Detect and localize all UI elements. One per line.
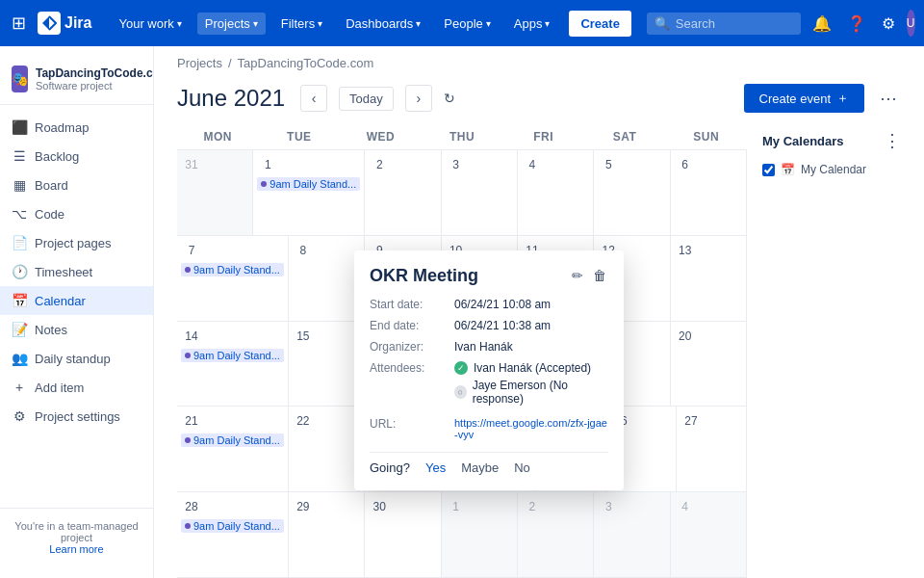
calendar-date: 30 — [369, 496, 390, 517]
calendar-cell[interactable]: 4 — [518, 150, 594, 235]
calendar-event[interactable]: 9am Daily Stand... — [181, 263, 284, 276]
timesheet-icon: 🕐 — [12, 264, 27, 279]
calendar-date: 8 — [293, 240, 314, 261]
calendar-date: 1 — [257, 154, 278, 175]
today-button[interactable]: Today — [339, 87, 394, 111]
sidebar-item-notes[interactable]: 📝Notes — [0, 315, 153, 344]
calendar-cell[interactable]: 3 — [442, 150, 518, 235]
project-name: TapDancingToCode.com — [36, 66, 154, 80]
sidebar-item-label: Board — [35, 178, 68, 193]
calendar-event[interactable]: 9am Daily Stand... — [181, 519, 284, 533]
popup-url-link[interactable]: https://meet.google.com/zfx-jgae-vyv — [454, 417, 608, 440]
sidebar-item-calendar[interactable]: 📅Calendar — [0, 286, 153, 315]
calendar-date: 22 — [293, 410, 314, 432]
calendar-cell[interactable]: 149am Daily Stand... — [177, 322, 289, 407]
add-item-icon: + — [12, 380, 27, 395]
breadcrumb-sep: / — [228, 56, 232, 70]
breadcrumb-project-name[interactable]: TapDancingToCode.com — [238, 56, 374, 70]
calendar-cell[interactable]: 20 — [671, 322, 747, 407]
sidebar-item-backlog[interactable]: ☰Backlog — [0, 142, 153, 171]
sidebar-footer-link[interactable]: Learn more — [49, 543, 103, 555]
sidebar-item-project-pages[interactable]: 📄Project pages — [0, 228, 153, 257]
sidebar-item-daily-standup[interactable]: 👥Daily standup — [0, 344, 153, 373]
popup-end-date-value: 06/24/21 10:38 am — [454, 319, 551, 332]
project-type: Software project — [36, 80, 154, 92]
popup-delete-button[interactable]: 🗑 — [591, 266, 608, 285]
popup-maybe-button[interactable]: Maybe — [461, 460, 499, 475]
calendar-cell[interactable]: 13 — [671, 236, 747, 321]
calendar-cell[interactable]: 22 — [289, 407, 359, 491]
user-avatar[interactable]: U — [907, 10, 915, 37]
day-header-fri: Fri — [502, 124, 584, 149]
calendar-date: 14 — [181, 326, 202, 347]
sidebar-item-label: Timesheet — [35, 265, 92, 279]
calendar-date: 2 — [369, 154, 390, 175]
calendar-cell[interactable]: 79am Daily Stand... — [177, 236, 289, 321]
calendar-cell[interactable]: 29 — [289, 492, 365, 577]
calendar-cell[interactable]: 31 — [177, 150, 253, 235]
calendar-cell[interactable]: 2 — [365, 150, 441, 235]
calendar-cell[interactable]: 30 — [365, 492, 441, 577]
attendee-row: ○Jaye Emerson (No response) — [454, 379, 608, 406]
nav-your-work[interactable]: Your work ▾ — [111, 13, 189, 35]
calendar-cell[interactable]: 3 — [594, 492, 670, 577]
sidebar-item-board[interactable]: ▦Board — [0, 171, 153, 199]
sidebar-item-add-item[interactable]: +Add item — [0, 373, 153, 402]
calendar-cell[interactable]: 219am Daily Stand... — [177, 407, 289, 491]
popup-edit-button[interactable]: ✏ — [570, 266, 585, 285]
nav-projects[interactable]: Projects ▾ — [197, 13, 266, 35]
nav-filters[interactable]: Filters ▾ — [273, 13, 330, 35]
project-settings-icon: ⚙ — [12, 408, 27, 424]
calendar-more-button[interactable]: ⋯ — [876, 84, 901, 113]
popup-actions: ✏ 🗑 — [570, 266, 608, 285]
calendar-event[interactable]: 9am Daily Stand... — [181, 349, 284, 362]
popup-no-button[interactable]: No — [514, 460, 530, 475]
sidebar-item-timesheet[interactable]: 🕐Timesheet — [0, 257, 153, 286]
sidebar-item-project-settings[interactable]: ⚙Project settings — [0, 402, 153, 431]
popup-title: OKR Meeting — [370, 266, 478, 286]
popup-attendees-row: Attendees: ✓Ivan Hanák (Accepted)○Jaye E… — [370, 361, 608, 409]
calendar-cell[interactable]: 1 — [442, 492, 518, 577]
sidebar-item-label: Notes — [35, 323, 67, 337]
my-calendars-more-button[interactable]: ⋮ — [884, 130, 901, 151]
popup-organizer-label: Organizer: — [370, 340, 447, 354]
sidebar-footer: You're in a team-managed project Learn m… — [0, 508, 153, 566]
calendar-cell[interactable]: 2 — [518, 492, 594, 577]
calendar-event[interactable]: 9am Daily Stand... — [257, 177, 360, 191]
calendar-cell[interactable]: 4 — [671, 492, 747, 577]
nav-apps[interactable]: Apps ▾ — [506, 13, 558, 35]
calendar-event[interactable]: 9am Daily Stand... — [181, 434, 284, 447]
sidebar-item-code[interactable]: ⌥Code — [0, 199, 153, 228]
help-icon[interactable]: ❓ — [843, 11, 870, 37]
settings-icon[interactable]: ⚙ — [878, 11, 899, 37]
calendar-cell[interactable]: 19am Daily Stand... — [253, 150, 365, 235]
prev-month-button[interactable]: ‹ — [300, 85, 327, 112]
next-month-button[interactable]: › — [405, 85, 432, 112]
refresh-button[interactable]: ↻ — [444, 91, 455, 106]
dashboards-chevron: ▾ — [416, 18, 421, 29]
filters-chevron: ▾ — [318, 18, 322, 29]
create-button[interactable]: Create — [569, 11, 630, 37]
calendar-cell[interactable]: 5 — [594, 150, 670, 235]
sidebar-item-roadmap[interactable]: ⬛Roadmap — [0, 113, 153, 142]
popup-yes-button[interactable]: Yes — [425, 460, 446, 475]
calendar-cell[interactable]: 27 — [677, 407, 747, 491]
calendar-cell[interactable]: 289am Daily Stand... — [177, 492, 289, 577]
day-header-sun: Sun — [665, 124, 747, 149]
calendar-checkbox[interactable] — [762, 164, 775, 176]
day-header-mon: Mon — [177, 124, 259, 149]
nav-logo[interactable]: Jira — [38, 12, 91, 35]
search-input[interactable] — [676, 16, 791, 31]
notifications-icon[interactable]: 🔔 — [808, 11, 835, 37]
calendar-icon: 📅 — [12, 293, 27, 308]
sidebar-project: 🎭 TapDancingToCode.com Software project — [0, 58, 153, 105]
create-event-button[interactable]: Create event ＋ — [744, 84, 864, 113]
nav-dashboards[interactable]: Dashboards ▾ — [338, 13, 428, 35]
attendee-status-icon: ✓ — [454, 361, 468, 375]
nav-people[interactable]: People ▾ — [436, 13, 498, 35]
calendar-cell[interactable]: 6 — [671, 150, 747, 235]
grid-icon[interactable]: ⊞ — [12, 13, 26, 34]
popup-header: OKR Meeting ✏ 🗑 — [370, 266, 608, 286]
search-box[interactable]: 🔍 — [647, 13, 801, 35]
breadcrumb-projects[interactable]: Projects — [177, 56, 222, 70]
